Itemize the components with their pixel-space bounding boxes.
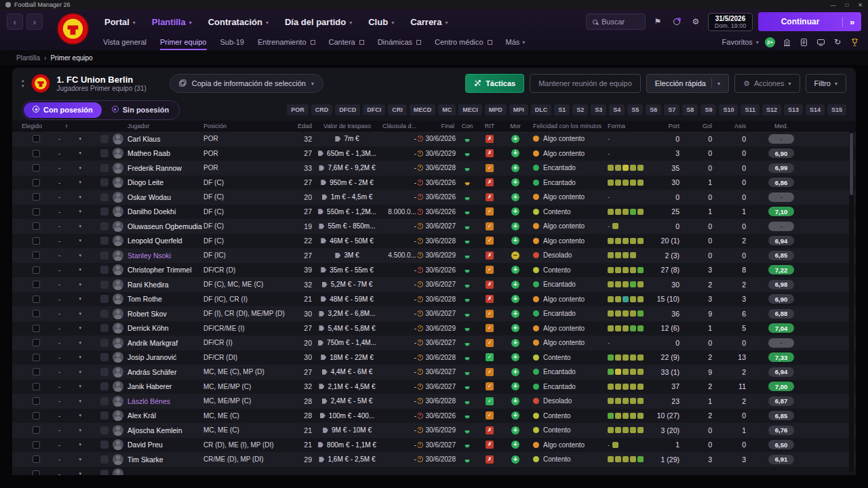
player-name[interactable]: Aljoscha Kemlein bbox=[127, 426, 182, 434]
row-select-dropdown[interactable]: -▾ bbox=[42, 281, 91, 288]
player-row[interactable]: -▾Stanley NsokiDF (IC)273M €4.500.0...30… bbox=[12, 248, 856, 263]
player-report-icon[interactable] bbox=[100, 339, 108, 347]
col-header-final[interactable]: Final bbox=[418, 123, 457, 129]
player-name[interactable]: Robert Skov bbox=[127, 310, 167, 318]
col-header-asis[interactable]: Asis bbox=[719, 123, 753, 129]
col-header-clausula[interactable]: Cláusula d... bbox=[382, 123, 418, 129]
col-header-port[interactable]: Port bbox=[652, 123, 686, 129]
player-report-icon[interactable] bbox=[100, 368, 108, 376]
menu-item-club[interactable]: Club▾ bbox=[368, 17, 394, 27]
position-filter-s14[interactable]: S14 bbox=[806, 104, 825, 115]
breadcrumb-parent[interactable]: Plantilla bbox=[16, 54, 40, 62]
row-select-dropdown[interactable]: -▾ bbox=[42, 470, 91, 475]
row-select-dropdown[interactable]: -▾ bbox=[42, 354, 91, 361]
menu-item-carrera[interactable]: Carrera▾ bbox=[410, 17, 448, 27]
subnav-item-más[interactable]: Más▾ bbox=[506, 34, 526, 50]
player-report-icon[interactable] bbox=[100, 281, 108, 289]
player-report-icon[interactable] bbox=[100, 193, 108, 201]
position-filter-s9[interactable]: S9 bbox=[701, 104, 716, 115]
player-row[interactable]: -▾Diogo LeiteDF (C)27950m € - 2M €-30/6/… bbox=[12, 176, 856, 190]
row-checkbox[interactable] bbox=[33, 251, 40, 259]
position-filter-mecd[interactable]: MECD bbox=[410, 104, 436, 115]
row-checkbox[interactable] bbox=[33, 208, 40, 216]
player-name[interactable]: Tom Rothe bbox=[127, 295, 162, 303]
row-checkbox[interactable] bbox=[33, 383, 40, 390]
player-report-icon[interactable] bbox=[100, 310, 108, 318]
without-possession-tab[interactable]: Sin posesión bbox=[103, 102, 178, 118]
player-row[interactable]: -▾ bbox=[12, 467, 856, 476]
position-filter-s8[interactable]: S8 bbox=[682, 104, 698, 115]
position-filter-s6[interactable]: S6 bbox=[646, 104, 661, 115]
player-row[interactable]: -▾Janik HabererMC, ME/MP (C)322,1M € - 4… bbox=[12, 380, 856, 394]
window-maximize-button[interactable]: □ bbox=[845, 2, 848, 8]
player-name[interactable]: Tim Skarke bbox=[127, 455, 163, 464]
player-report-icon[interactable] bbox=[100, 222, 108, 230]
row-checkbox[interactable] bbox=[33, 354, 40, 361]
row-select-dropdown[interactable]: -▾ bbox=[42, 135, 91, 142]
col-header-mor[interactable]: Mor bbox=[502, 123, 529, 129]
row-checkbox[interactable] bbox=[33, 296, 40, 303]
settings-gear-icon[interactable]: ⚙ bbox=[689, 15, 703, 28]
tactics-button[interactable]: Tácticas bbox=[465, 74, 524, 93]
row-checkbox[interactable] bbox=[33, 397, 40, 405]
with-possession-tab[interactable]: Con posesión bbox=[24, 102, 102, 118]
row-select-dropdown[interactable]: -▾ bbox=[42, 412, 91, 420]
position-filter-crd[interactable]: CRD bbox=[311, 104, 333, 115]
position-filter-s7[interactable]: S7 bbox=[664, 104, 679, 115]
player-row[interactable]: -▾Derrick KöhnDF/CR/ME (I)275,4M € - 5,8… bbox=[12, 321, 856, 336]
row-select-dropdown[interactable]: -▾ bbox=[42, 339, 91, 346]
team-meeting-button[interactable]: Mantener reunión de equipo bbox=[530, 74, 641, 93]
row-checkbox[interactable] bbox=[33, 179, 40, 186]
row-checkbox[interactable] bbox=[33, 281, 40, 288]
position-filter-mc[interactable]: MC bbox=[438, 104, 456, 115]
player-row[interactable]: -▾Tom RotheDF (IC), CR (I)2148M € - 59M … bbox=[12, 292, 856, 307]
player-report-icon[interactable] bbox=[100, 149, 108, 157]
table-scrollbar[interactable] bbox=[849, 131, 854, 472]
player-report-icon[interactable] bbox=[100, 455, 108, 464]
filter-button[interactable]: Filtro ▾ bbox=[806, 74, 846, 93]
team-down-icon[interactable]: ▾ bbox=[22, 83, 24, 89]
player-row[interactable]: -▾Andrik MarkgrafDF/CR (I)20750m € - 1,4… bbox=[12, 336, 856, 350]
actions-button[interactable]: ⚙ Acciones ▾ bbox=[734, 74, 800, 93]
player-report-icon[interactable] bbox=[100, 237, 108, 245]
player-name[interactable]: Frederik Rannow bbox=[127, 164, 182, 172]
player-row[interactable]: -▾Aljoscha KemleinMC, ME (C)219M € - 10M… bbox=[12, 423, 856, 438]
player-report-icon[interactable] bbox=[100, 441, 108, 449]
forward-button[interactable]: › bbox=[26, 14, 43, 30]
stadium-icon[interactable] bbox=[781, 37, 792, 47]
player-report-icon[interactable] bbox=[100, 295, 108, 303]
player-row[interactable]: -▾András SchäferMC, ME (C), MP (D)274,4M… bbox=[12, 365, 856, 380]
position-filter-s13[interactable]: S13 bbox=[784, 104, 803, 115]
player-row[interactable]: -▾David PreuCR (D), ME (I), MP (DI)21800… bbox=[12, 438, 856, 453]
col-header-med[interactable]: Med. bbox=[753, 123, 810, 129]
row-checkbox[interactable] bbox=[33, 455, 40, 463]
player-name[interactable]: András Schäfer bbox=[127, 368, 176, 376]
subnav-item-dinámicas[interactable]: Dinámicas bbox=[378, 34, 421, 50]
row-select-dropdown[interactable]: -▾ bbox=[42, 193, 91, 201]
player-row[interactable]: -▾Carl KlausPOR327m €-30/6/2026♥♥✗+Algo … bbox=[12, 131, 856, 146]
row-select-dropdown[interactable]: -▾ bbox=[42, 150, 91, 157]
position-filter-s12[interactable]: S12 bbox=[762, 104, 781, 115]
clipboard-icon[interactable] bbox=[798, 37, 809, 47]
screen-icon[interactable] bbox=[815, 37, 826, 47]
player-report-icon[interactable] bbox=[100, 164, 108, 172]
player-report-icon[interactable] bbox=[100, 135, 108, 143]
row-checkbox[interactable] bbox=[33, 310, 40, 317]
row-select-dropdown[interactable]: -▾ bbox=[42, 222, 91, 230]
position-filter-dfci[interactable]: DFCI bbox=[363, 104, 385, 115]
position-filter-s11[interactable]: S11 bbox=[741, 104, 760, 115]
row-select-dropdown[interactable]: -▾ bbox=[42, 164, 91, 171]
player-report-icon[interactable] bbox=[100, 470, 108, 475]
player-report-icon[interactable] bbox=[100, 266, 108, 274]
player-name[interactable]: Danilho Doekhi bbox=[127, 207, 176, 216]
scrollbar-thumb[interactable] bbox=[850, 133, 853, 195]
player-name[interactable]: Diogo Leite bbox=[127, 178, 163, 186]
player-name[interactable]: Christopher Trimmel bbox=[127, 266, 192, 274]
row-select-dropdown[interactable]: -▾ bbox=[42, 441, 91, 449]
player-report-icon[interactable] bbox=[100, 353, 108, 361]
col-header-valor[interactable]: Valor de traspaso bbox=[312, 123, 382, 129]
position-filter-s15[interactable]: S15 bbox=[827, 104, 846, 115]
player-row[interactable]: -▾Rani KhediraDF (C), MC, ME (C)325,2M €… bbox=[12, 277, 856, 292]
window-close-button[interactable]: ✕ bbox=[858, 2, 863, 8]
col-header-felicidad[interactable]: Felicidad con los minutos ... bbox=[529, 123, 604, 129]
